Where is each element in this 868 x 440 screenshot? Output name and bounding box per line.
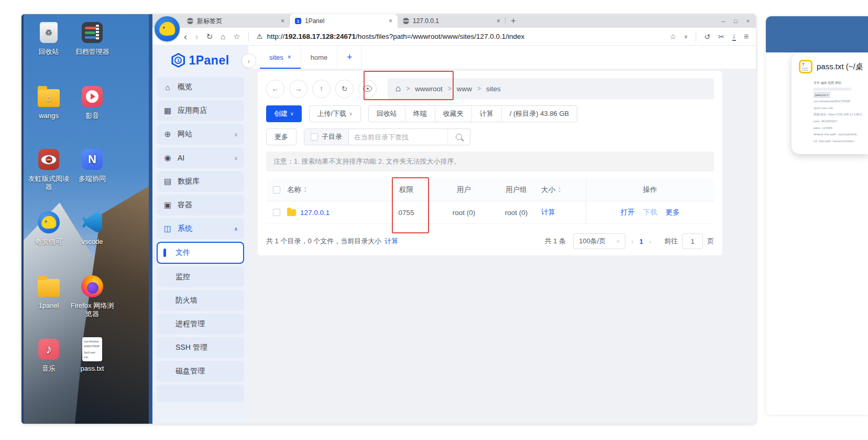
desktop-icon-label: Firefox 网络浏览器: [70, 302, 114, 319]
overview-home-icon: ⌂: [163, 83, 172, 92]
search-button[interactable]: [447, 129, 470, 145]
table-header: 名称 ▲▼ 权限 用户 用户组 大小 ▲▼ 操作: [266, 179, 714, 201]
breadcrumb-item-sites[interactable]: sites: [486, 85, 501, 93]
summary-calculate-link[interactable]: 计算: [384, 237, 398, 246]
sidebar-item-ssh[interactable]: SSH 管理: [157, 337, 244, 358]
tab-close-icon[interactable]: ×: [497, 17, 500, 25]
desktop-icon-multi-device-sync[interactable]: N 多端协同: [70, 148, 114, 183]
favorites-dropdown-icon[interactable]: ∨: [684, 34, 688, 39]
close-button[interactable]: ×: [746, 18, 750, 24]
page-size-select[interactable]: 100条/页 ∨: [573, 233, 625, 249]
bookmark-star-icon[interactable]: ☆: [233, 33, 240, 40]
table-row[interactable]: 127.0.0.1 0755 root (0) root (0) 计算 打开 下…: [266, 201, 714, 224]
sidebar-item-ai[interactable]: ◉ AI ∨: [157, 147, 244, 168]
new-tab-button[interactable]: +: [506, 14, 521, 28]
desktop-icon-recycle-bin[interactable]: ♻ 回收站: [27, 21, 71, 56]
select-all-checkbox[interactable]: [273, 186, 280, 194]
create-button[interactable]: 创建 ∨: [266, 105, 302, 122]
screenshot-scissors-icon[interactable]: ✂: [718, 33, 724, 41]
sidebar-item-system[interactable]: ◫ 系统 ∧: [157, 218, 244, 239]
sidebar-item-database[interactable]: ▤ 数据库: [157, 171, 244, 192]
undo-icon[interactable]: ↺: [704, 33, 710, 41]
desktop-icon-pass-txt[interactable]: root bhwebsi te08117053#* 1pctl user- in…: [70, 338, 114, 373]
minimize-button[interactable]: –: [722, 18, 725, 24]
desktop-icon-music[interactable]: ♪ 音乐: [27, 338, 71, 373]
nav-refresh-button[interactable]: ↻: [335, 80, 354, 98]
row-checkbox[interactable]: [273, 209, 280, 216]
header-size[interactable]: 大小 ▲▼: [541, 179, 586, 201]
nav-back-button[interactable]: ←: [266, 80, 284, 98]
file-name-link[interactable]: 127.0.0.1: [300, 209, 329, 217]
tab-close-icon[interactable]: ×: [281, 17, 284, 25]
download-link[interactable]: 下载: [643, 208, 657, 217]
preview-title: pass.txt (~/桌: [817, 62, 863, 72]
security-warning-icon[interactable]: ⚠: [257, 33, 263, 40]
desktop-icon-archive-manager[interactable]: 归档管理器: [70, 21, 114, 56]
page-tab-add-button[interactable]: +: [337, 46, 362, 69]
favorite-star-icon[interactable]: ☆: [669, 33, 676, 41]
sidebar-item-firewall[interactable]: 防火墙: [157, 290, 244, 311]
open-link[interactable]: 打开: [621, 208, 635, 217]
refresh-icon[interactable]: ↻: [206, 33, 213, 40]
recycle-bin-button[interactable]: 回收站: [369, 106, 405, 122]
browser-toolbar: ‹ › ↻ ⌂ ☆ ⚠ http://192.168.17.128:24671/…: [152, 28, 756, 46]
maximize-button[interactable]: □: [734, 18, 738, 24]
desktop-icon-firefox[interactable]: Firefox 网络浏览器: [70, 275, 114, 319]
forward-icon[interactable]: ›: [195, 31, 198, 41]
desktop-icon-label: 回收站: [39, 48, 59, 56]
pass-txt-preview-card[interactable]: T pass.txt (~/桌 文件 编辑 视图 帮助 pass.txt × r…: [792, 52, 868, 154]
prev-page-icon[interactable]: ‹: [631, 238, 633, 245]
sort-icon[interactable]: ▲▼: [558, 186, 561, 193]
page-tab-home[interactable]: home: [301, 46, 338, 69]
upload-download-button[interactable]: 上传/下载 ∨: [309, 105, 361, 122]
sidebar-item-files[interactable]: 文件: [157, 242, 244, 264]
sidebar-item-process[interactable]: 进程管理: [157, 314, 244, 335]
more-button[interactable]: 更多: [266, 128, 296, 145]
sidebar-collapse-button[interactable]: ‹: [241, 53, 256, 68]
header-name[interactable]: 名称 ▲▼: [287, 179, 376, 201]
browser-tab-newtab[interactable]: 新标签页 ×: [182, 14, 290, 28]
back-icon[interactable]: ‹: [184, 31, 187, 41]
nav-up-button[interactable]: ↑: [312, 80, 331, 98]
sidebar-item-appstore[interactable]: ▦ 应用商店: [157, 100, 244, 121]
1panel-hexagon-icon: 1: [171, 53, 185, 68]
sidebar-item-overview[interactable]: ⌂ 概览: [157, 77, 244, 98]
desktop-icon-1panel-folder[interactable]: 1panel: [27, 275, 71, 310]
tab-close-icon[interactable]: ×: [288, 53, 291, 61]
more-link[interactable]: 更多: [666, 208, 680, 217]
browser-tab-1panel[interactable]: 1 1Panel ×: [290, 14, 398, 28]
sidebar-item-disk[interactable]: 磁盘管理: [157, 361, 244, 382]
desktop-icon-wangs-folder[interactable]: ⌂ wangs: [27, 85, 71, 120]
favorites-button[interactable]: 收藏夹: [435, 106, 472, 122]
downloads-icon[interactable]: ↓: [732, 32, 736, 41]
next-page-icon[interactable]: ›: [649, 238, 651, 245]
ofd-reader-icon: OFD: [37, 148, 60, 171]
search-input[interactable]: [349, 129, 447, 145]
sidebar-item-monitor[interactable]: 监控: [157, 266, 244, 287]
root-disk-usage-button[interactable]: / (根目录) 43.86 GB: [502, 106, 577, 122]
home-icon[interactable]: ⌂: [221, 33, 225, 40]
menu-icon[interactable]: ≡: [744, 32, 749, 41]
subdirectory-checkbox[interactable]: [311, 133, 318, 141]
1panel-webapp: 1 1Panel ⌂ 概览 ▦ 应用商店 ⊕ 网站: [152, 46, 756, 424]
goto-page-input[interactable]: [682, 233, 703, 249]
url-bar[interactable]: ⚠ http://192.168.17.128:24671/hosts/file…: [257, 33, 662, 40]
system-server-icon: ◫: [163, 224, 172, 233]
desktop-icon-vscode[interactable]: vscode: [70, 211, 114, 246]
sort-icon[interactable]: ▲▼: [304, 186, 307, 193]
tab-close-icon[interactable]: ×: [389, 17, 392, 25]
desktop-icon-ofd-reader[interactable]: OFD 友虹版式阅读器: [27, 148, 71, 192]
desktop-icon-qianxin-browser[interactable]: 奇安信可: [27, 211, 71, 246]
sidebar-item-container[interactable]: ▣ 容器: [157, 195, 244, 216]
nav-forward-button[interactable]: →: [289, 80, 307, 98]
sidebar-item-website[interactable]: ⊕ 网站 ∨: [157, 124, 244, 145]
breadcrumb-item-www[interactable]: www: [457, 85, 472, 93]
page-tab-sites[interactable]: sites ×: [260, 46, 301, 69]
current-page[interactable]: 1: [639, 238, 643, 245]
subdirectory-checkbox-label[interactable]: 子目录: [304, 129, 349, 145]
calculate-size-link[interactable]: 计算: [541, 208, 555, 217]
calculate-button[interactable]: 计算: [472, 106, 502, 122]
browser-tab-127001[interactable]: 127.0.0.1 ×: [398, 14, 506, 28]
desktop-icon-media-player[interactable]: 影音: [70, 85, 114, 120]
terminal-button[interactable]: 终端: [405, 106, 435, 122]
